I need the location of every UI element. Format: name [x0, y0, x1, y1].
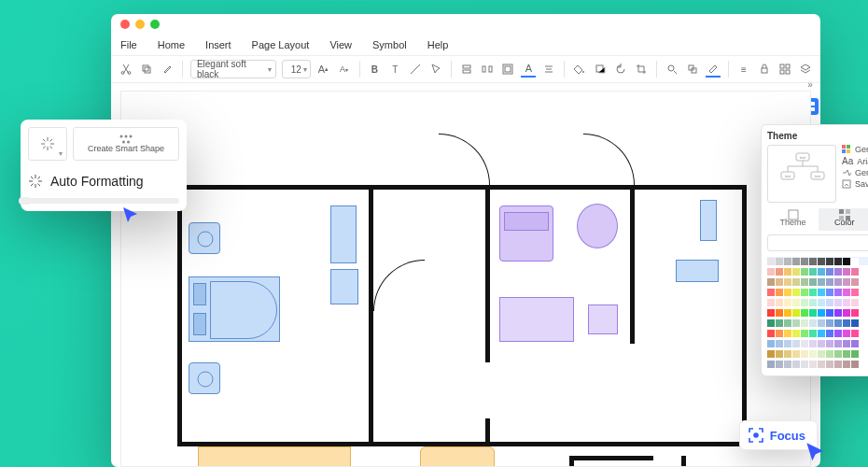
menu-home[interactable]: Home: [158, 39, 185, 50]
svg-rect-4: [463, 65, 470, 68]
smart-shape-label: Create Smart Shape: [88, 145, 164, 154]
prop-general[interactable]: General: [855, 145, 868, 154]
nightstand-2: [189, 362, 220, 394]
pen-icon[interactable]: [706, 61, 721, 78]
text-icon[interactable]: T: [387, 61, 402, 78]
prop-font[interactable]: Arial: [857, 157, 868, 166]
tab-color[interactable]: Color: [819, 208, 868, 231]
prop-style[interactable]: General 1: [855, 168, 868, 177]
palette-row[interactable]: Broad: [767, 318, 868, 327]
prop-save[interactable]: Save The...: [855, 179, 868, 189]
svg-rect-15: [762, 68, 767, 73]
bed: [189, 276, 280, 342]
align-icon[interactable]: [459, 61, 474, 78]
grid2-icon[interactable]: [777, 61, 792, 78]
svg-text:text: text: [800, 155, 806, 160]
svg-rect-39: [842, 149, 846, 153]
shadow-icon[interactable]: [593, 61, 608, 78]
palette-row[interactable]: Opulent: [767, 349, 868, 358]
mline-icon[interactable]: ≡: [736, 61, 751, 78]
kitchen-counter: [198, 446, 351, 467]
cut-icon[interactable]: [119, 61, 133, 78]
copy-icon[interactable]: [139, 61, 154, 78]
palette-row[interactable]: Charm: [767, 267, 868, 276]
svg-rect-16: [780, 64, 784, 68]
bold-icon[interactable]: B: [367, 61, 382, 78]
auto-formatting-item[interactable]: Auto Formatting: [28, 174, 179, 189]
theme-tabs: Theme Color Connector AaText: [767, 208, 868, 231]
palette-row[interactable]: Live: [767, 298, 868, 306]
svg-rect-23: [811, 107, 815, 111]
svg-point-30: [198, 372, 213, 387]
svg-point-48: [125, 135, 128, 138]
svg-rect-45: [839, 216, 844, 220]
pointer-icon[interactable]: [428, 61, 443, 78]
sofa: [499, 205, 553, 262]
font-name: Elegant soft black: [197, 59, 262, 79]
palette-row[interactable]: General: [767, 257, 868, 265]
svg-rect-43: [839, 209, 844, 214]
svg-point-10: [582, 71, 584, 73]
svg-rect-21: [811, 102, 815, 106]
menu-insert[interactable]: Insert: [205, 39, 231, 50]
dresser: [330, 269, 358, 304]
add-palette-button[interactable]: +: [767, 234, 868, 251]
palette-row[interactable]: Placid: [767, 360, 868, 368]
coffee-table: [499, 297, 574, 342]
focus-icon: [748, 427, 764, 444]
svg-rect-42: [789, 210, 798, 219]
rotate-icon[interactable]: [613, 61, 628, 78]
palette-row[interactable]: Crystal: [767, 308, 868, 317]
dec-font-icon[interactable]: A▾: [337, 61, 352, 78]
line-icon[interactable]: [408, 61, 423, 78]
min-dot[interactable]: [135, 20, 145, 29]
center-icon[interactable]: [541, 61, 556, 78]
svg-text:text: text: [815, 174, 821, 178]
svg-point-1: [128, 72, 131, 75]
fontcolor-icon[interactable]: A: [521, 61, 536, 78]
nightstand-1: [189, 222, 220, 254]
svg-point-29: [198, 232, 213, 247]
palette-row[interactable]: Antique: [767, 277, 868, 286]
close-dot[interactable]: [120, 20, 130, 29]
font-select[interactable]: Elegant soft black: [190, 60, 276, 78]
format-slider[interactable]: [28, 198, 179, 204]
fill-icon[interactable]: [572, 61, 587, 78]
wardrobe: [330, 205, 357, 263]
kitchen-island: [420, 446, 495, 467]
menu-file[interactable]: File: [120, 39, 137, 50]
svg-rect-18: [780, 70, 784, 74]
font-size-select[interactable]: 12: [282, 60, 310, 78]
palette-row[interactable]: Fresh: [767, 288, 868, 296]
search-icon[interactable]: [665, 61, 679, 78]
group-icon[interactable]: [500, 61, 515, 78]
max-dot[interactable]: [150, 20, 160, 29]
theme-props: General AaArial General 1 Save The...: [842, 145, 868, 203]
armchair: [577, 204, 618, 248]
menu-symbol[interactable]: Symbol: [372, 39, 407, 50]
menu-page-layout[interactable]: Page Layout: [252, 39, 310, 50]
menu-help[interactable]: Help: [427, 39, 449, 50]
menu-view[interactable]: View: [329, 39, 352, 50]
palette-row[interactable]: Sprinkle: [767, 329, 868, 337]
theme-preview[interactable]: text text text: [767, 145, 836, 203]
distribute-icon[interactable]: [480, 61, 495, 78]
palette-row[interactable]: Tranquil: [767, 339, 868, 347]
tab-theme[interactable]: Theme: [767, 208, 819, 231]
auto-format-popover: Create Smart Shape Auto Formatting: [21, 120, 187, 211]
menubar: File Home Insert Page Layout View Symbol…: [111, 35, 820, 55]
svg-point-49: [130, 135, 133, 138]
lock-icon[interactable]: [757, 61, 772, 78]
svg-rect-44: [846, 209, 850, 214]
canvas[interactable]: [120, 91, 811, 467]
spark-dropdown[interactable]: [28, 127, 67, 161]
crop-icon[interactable]: [634, 61, 649, 78]
svg-rect-46: [846, 216, 850, 220]
entry-shelf: [676, 260, 719, 282]
paintbrush-icon[interactable]: [160, 61, 175, 78]
inc-font-icon[interactable]: A▴: [316, 61, 331, 78]
svg-point-0: [121, 72, 124, 75]
create-smart-shape-button[interactable]: Create Smart Shape: [73, 127, 179, 161]
layers-icon[interactable]: [685, 61, 700, 78]
svg-rect-6: [483, 66, 485, 72]
